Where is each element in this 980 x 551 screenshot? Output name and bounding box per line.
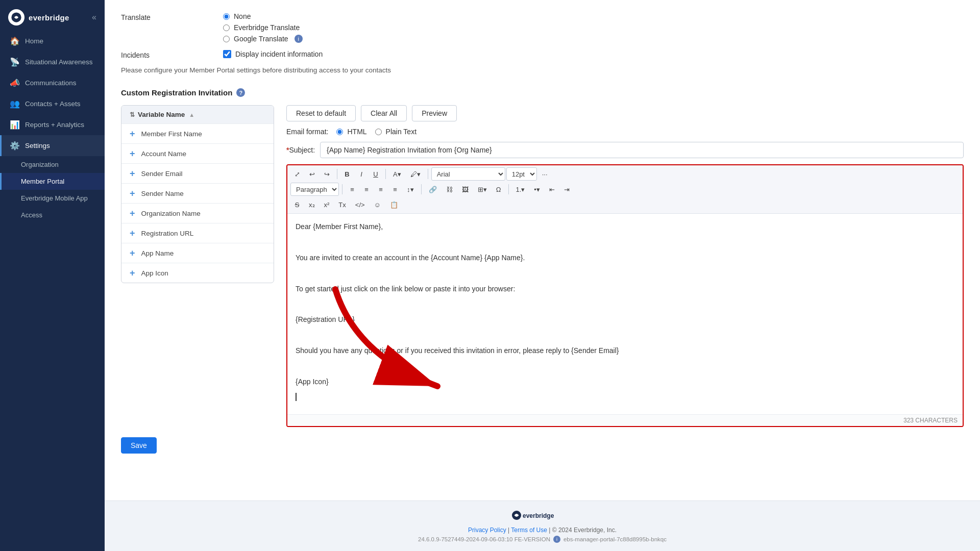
toolbar-sep-6 (508, 184, 509, 194)
terms-of-use-link[interactable]: Terms of Use (511, 527, 547, 534)
toolbar-emoji-btn[interactable]: ☺ (370, 198, 385, 211)
toolbar-subscript-btn[interactable]: x₂ (305, 198, 319, 211)
translate-option-everbridge[interactable]: Everbridge Translate (223, 23, 303, 32)
editor-line-blank4 (296, 330, 954, 341)
toolbar-align-left-btn[interactable]: ≡ (346, 183, 359, 196)
sidebar-sub-item-mobile-app[interactable]: Everbridge Mobile App (0, 190, 105, 207)
sidebar-item-contacts[interactable]: 👥 Contacts + Assets (0, 93, 105, 114)
email-format-plain[interactable]: Plain Text (375, 128, 416, 136)
editor-line-blank1 (296, 236, 954, 247)
toolbar-strikethrough-btn[interactable]: S (290, 198, 304, 211)
preview-button[interactable]: Preview (412, 105, 457, 121)
sidebar-sub-item-access[interactable]: Access (0, 207, 105, 223)
toolbar-italic-btn[interactable]: I (355, 167, 368, 181)
sidebar-item-situational[interactable]: 📡 Situational Awareness (0, 52, 105, 72)
add-variable-registration-url[interactable]: + (130, 229, 135, 238)
add-variable-member-first-name[interactable]: + (130, 129, 135, 138)
toolbar-unordered-list-btn[interactable]: •▾ (530, 183, 544, 196)
toolbar-bold-btn[interactable]: B (340, 167, 354, 181)
toolbar-remove-format-btn[interactable]: Tx (334, 198, 350, 211)
add-variable-app-icon[interactable]: + (130, 268, 135, 278)
toolbar-line-height-btn[interactable]: ↕▾ (403, 183, 418, 196)
toolbar-redo-btn[interactable]: ↪ (320, 167, 334, 181)
privacy-policy-link[interactable]: Privacy Policy (468, 527, 506, 534)
translate-section: Translate None Everbridge Translate Goog… (121, 12, 964, 43)
translate-radio-none[interactable] (223, 13, 230, 20)
toolbar-ordered-list-btn[interactable]: 1.▾ (512, 183, 529, 196)
toolbar-special-char-btn[interactable]: Ω (492, 183, 505, 196)
toolbar-sep-5 (421, 184, 422, 194)
toolbar-clipboard-btn[interactable]: 📋 (386, 198, 402, 211)
sidebar-sub-item-member-portal[interactable]: Member Portal (0, 173, 105, 190)
add-variable-account-name[interactable]: + (130, 149, 135, 158)
custom-registration-help-icon[interactable]: ? (236, 88, 245, 97)
variable-name-header: Variable Name (138, 111, 185, 118)
translate-radio-everbridge[interactable] (223, 24, 230, 31)
variable-row-app-name[interactable]: + App Name (121, 243, 274, 263)
toolbar-underline-btn[interactable]: U (369, 167, 382, 181)
variable-row-member-first-name[interactable]: + Member First Name (121, 123, 274, 143)
sidebar-item-reports[interactable]: 📊 Reports + Analytics (0, 114, 105, 135)
translate-radio-google[interactable] (223, 36, 230, 42)
footer-links: Privacy Policy | Terms of Use | © 2024 E… (113, 527, 972, 534)
toolbar-highlight-btn[interactable]: 🖊▾ (406, 167, 425, 181)
add-variable-organization-name[interactable]: + (130, 209, 135, 218)
toolbar-font-select[interactable]: Arial Times New Roman Courier New (431, 167, 505, 181)
add-variable-app-name[interactable]: + (130, 248, 135, 258)
toolbar-table-btn[interactable]: ⊞▾ (474, 183, 491, 196)
toolbar-align-right-btn[interactable]: ≡ (374, 183, 387, 196)
toolbar-fontsize-select[interactable]: 12pt 10pt 14pt 16pt (506, 167, 537, 181)
reports-icon: 📊 (10, 120, 20, 130)
save-button[interactable]: Save (121, 437, 157, 454)
toolbar-fullscreen-btn[interactable]: ⤢ (290, 167, 304, 181)
email-format-plain-radio[interactable] (375, 129, 382, 135)
editor-body[interactable]: Dear {Member First Name}, You are invite… (287, 214, 963, 414)
add-variable-sender-email[interactable]: + (130, 169, 135, 178)
variable-row-app-icon[interactable]: + App Icon (121, 263, 274, 283)
toolbar-code-btn[interactable]: </> (351, 198, 369, 211)
toolbar-outdent-btn[interactable]: ⇤ (545, 183, 559, 196)
toolbar-unlink-btn[interactable]: ⛓ (442, 183, 457, 196)
toolbar-superscript-btn[interactable]: x² (320, 198, 334, 211)
variable-row-sender-email[interactable]: + Sender Email (121, 163, 274, 183)
footer-logo-svg: everbridge (512, 509, 573, 521)
everbridge-logo-icon (8, 9, 24, 26)
sidebar-sub-label-mobile-app: Everbridge Mobile App (21, 194, 88, 202)
translate-option-google[interactable]: Google Translate i (223, 35, 303, 43)
translate-option-none[interactable]: None (223, 12, 303, 20)
incidents-checkbox-item[interactable]: Display incident information (223, 50, 323, 58)
toolbar-paragraph-select[interactable]: Paragraph Heading 1 Heading 2 (290, 183, 339, 196)
subject-input[interactable] (320, 142, 964, 158)
sidebar-collapse-button[interactable]: « (92, 13, 96, 22)
sidebar-item-communications[interactable]: 📣 Communications (0, 72, 105, 93)
toolbar-font-color-btn[interactable]: A▾ (389, 167, 405, 181)
variable-row-sender-name[interactable]: + Sender Name (121, 183, 274, 203)
toolbar-image-btn[interactable]: 🖼 (458, 183, 473, 196)
variable-row-organization-name[interactable]: + Organization Name (121, 203, 274, 223)
situational-icon: 📡 (10, 57, 20, 67)
variable-name-registration-url: Registration URL (141, 230, 194, 237)
sidebar-sub-label-access: Access (21, 211, 42, 219)
email-format-html[interactable]: HTML (336, 128, 366, 136)
reset-to-default-button[interactable]: Reset to default (286, 105, 356, 121)
google-translate-info-icon[interactable]: i (295, 35, 303, 43)
toolbar-undo-btn[interactable]: ↩ (305, 167, 319, 181)
email-format-html-radio[interactable] (336, 129, 343, 135)
add-variable-sender-name[interactable]: + (130, 189, 135, 198)
editor-line-blank2 (296, 267, 954, 279)
variable-row-registration-url[interactable]: + Registration URL (121, 223, 274, 243)
footer-info-icon[interactable]: i (553, 536, 560, 543)
variable-row-account-name[interactable]: + Account Name (121, 143, 274, 163)
toolbar-link-btn[interactable]: 🔗 (425, 183, 441, 196)
variable-table: ⇅ Variable Name ▲ + Member First Name + … (121, 105, 274, 283)
clear-all-button[interactable]: Clear All (361, 105, 407, 121)
toolbar-indent-btn[interactable]: ⇥ (560, 183, 574, 196)
sidebar-item-settings[interactable]: ⚙️ Settings (0, 135, 105, 156)
toolbar-align-justify-btn[interactable]: ≡ (388, 183, 402, 196)
sidebar-item-home[interactable]: 🏠 Home (0, 31, 105, 52)
toolbar-align-center-btn[interactable]: ≡ (360, 183, 373, 196)
incidents-checkbox[interactable] (223, 50, 231, 58)
editor-panel: Reset to default Clear All Preview Email… (286, 105, 964, 427)
toolbar-more-btn[interactable]: ··· (538, 167, 552, 181)
sidebar-sub-item-organization[interactable]: Organization (0, 156, 105, 173)
